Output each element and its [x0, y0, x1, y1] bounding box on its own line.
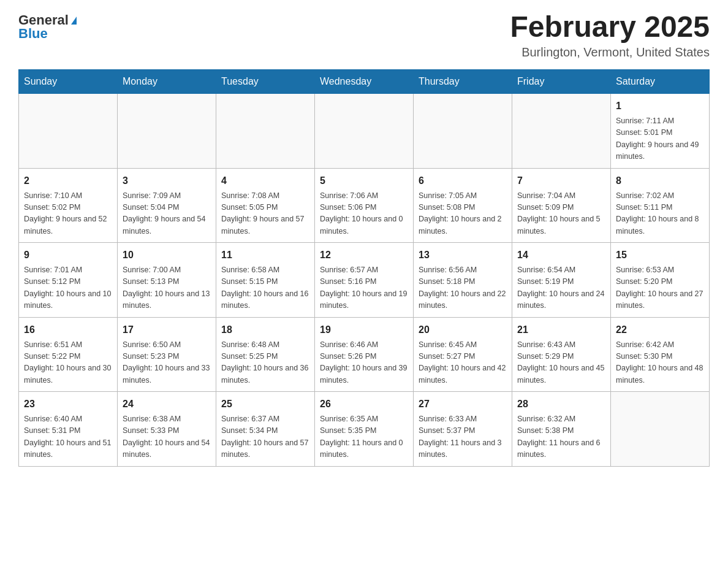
- calendar-cell: 25Sunrise: 6:37 AMSunset: 5:34 PMDayligh…: [216, 392, 315, 467]
- calendar-cell: 9Sunrise: 7:01 AMSunset: 5:12 PMDaylight…: [19, 243, 118, 318]
- column-header-sunday: Sunday: [19, 70, 118, 94]
- day-number: 11: [221, 248, 309, 262]
- calendar-cell: 15Sunrise: 6:53 AMSunset: 5:20 PMDayligh…: [611, 243, 710, 318]
- month-title: February 2025: [510, 12, 710, 42]
- calendar-cell: [118, 94, 216, 169]
- calendar-cell: 1Sunrise: 7:11 AMSunset: 5:01 PMDaylight…: [611, 94, 710, 169]
- calendar-cell: 8Sunrise: 7:02 AMSunset: 5:11 PMDaylight…: [611, 168, 710, 243]
- calendar-cell: 14Sunrise: 6:54 AMSunset: 5:19 PMDayligh…: [512, 243, 611, 318]
- day-number: 23: [24, 397, 112, 412]
- day-info: Sunrise: 7:11 AMSunset: 5:01 PMDaylight:…: [616, 115, 704, 163]
- day-info: Sunrise: 7:01 AMSunset: 5:12 PMDaylight:…: [24, 264, 112, 312]
- calendar-week-row: 16Sunrise: 6:51 AMSunset: 5:22 PMDayligh…: [19, 317, 710, 392]
- day-number: 16: [24, 323, 112, 337]
- day-info: Sunrise: 7:08 AMSunset: 5:05 PMDaylight:…: [221, 190, 309, 238]
- day-info: Sunrise: 6:53 AMSunset: 5:20 PMDaylight:…: [616, 264, 704, 312]
- day-info: Sunrise: 6:57 AMSunset: 5:16 PMDaylight:…: [320, 264, 408, 312]
- day-info: Sunrise: 7:05 AMSunset: 5:08 PMDaylight:…: [419, 190, 507, 238]
- day-info: Sunrise: 6:32 AMSunset: 5:38 PMDaylight:…: [517, 413, 605, 461]
- calendar-cell: [512, 94, 611, 169]
- column-header-thursday: Thursday: [414, 70, 512, 94]
- day-info: Sunrise: 7:00 AMSunset: 5:13 PMDaylight:…: [123, 264, 211, 312]
- calendar-cell: [611, 392, 710, 467]
- day-number: 26: [320, 397, 408, 412]
- day-number: 18: [221, 323, 309, 337]
- column-header-monday: Monday: [118, 70, 216, 94]
- calendar-cell: 19Sunrise: 6:46 AMSunset: 5:26 PMDayligh…: [315, 317, 414, 392]
- day-info: Sunrise: 6:50 AMSunset: 5:23 PMDaylight:…: [123, 339, 211, 387]
- calendar-cell: 11Sunrise: 6:58 AMSunset: 5:15 PMDayligh…: [216, 243, 315, 318]
- day-info: Sunrise: 6:54 AMSunset: 5:19 PMDaylight:…: [517, 264, 605, 312]
- day-info: Sunrise: 6:40 AMSunset: 5:31 PMDaylight:…: [24, 413, 112, 461]
- day-number: 14: [517, 248, 605, 262]
- day-number: 22: [616, 323, 704, 337]
- day-number: 27: [419, 397, 507, 412]
- calendar-cell: 3Sunrise: 7:09 AMSunset: 5:04 PMDaylight…: [118, 168, 216, 243]
- calendar-cell: 10Sunrise: 7:00 AMSunset: 5:13 PMDayligh…: [118, 243, 216, 318]
- column-header-friday: Friday: [512, 70, 611, 94]
- calendar-cell: [315, 94, 414, 169]
- day-number: 20: [419, 323, 507, 337]
- calendar-week-row: 9Sunrise: 7:01 AMSunset: 5:12 PMDaylight…: [19, 243, 710, 318]
- day-info: Sunrise: 6:48 AMSunset: 5:25 PMDaylight:…: [221, 339, 309, 387]
- day-info: Sunrise: 7:06 AMSunset: 5:06 PMDaylight:…: [320, 190, 408, 238]
- page-header: General Blue February 2025 Burlington, V…: [18, 12, 710, 59]
- day-number: 9: [24, 248, 112, 262]
- calendar-cell: 5Sunrise: 7:06 AMSunset: 5:06 PMDaylight…: [315, 168, 414, 243]
- day-number: 25: [221, 397, 309, 412]
- calendar-cell: [414, 94, 512, 169]
- location-subtitle: Burlington, Vermont, United States: [510, 45, 710, 59]
- day-info: Sunrise: 7:04 AMSunset: 5:09 PMDaylight:…: [517, 190, 605, 238]
- day-number: 19: [320, 323, 408, 337]
- logo-blue-text: Blue: [18, 26, 48, 42]
- column-header-wednesday: Wednesday: [315, 70, 414, 94]
- day-info: Sunrise: 6:46 AMSunset: 5:26 PMDaylight:…: [320, 339, 408, 387]
- day-number: 1: [616, 99, 704, 113]
- day-info: Sunrise: 7:09 AMSunset: 5:04 PMDaylight:…: [123, 190, 211, 238]
- calendar-cell: 2Sunrise: 7:10 AMSunset: 5:02 PMDaylight…: [19, 168, 118, 243]
- day-number: 7: [517, 174, 605, 188]
- calendar-cell: 22Sunrise: 6:42 AMSunset: 5:30 PMDayligh…: [611, 317, 710, 392]
- calendar-table: SundayMondayTuesdayWednesdayThursdayFrid…: [18, 69, 710, 467]
- day-info: Sunrise: 6:56 AMSunset: 5:18 PMDaylight:…: [419, 264, 507, 312]
- column-header-saturday: Saturday: [611, 70, 710, 94]
- calendar-cell: 6Sunrise: 7:05 AMSunset: 5:08 PMDaylight…: [414, 168, 512, 243]
- day-info: Sunrise: 6:43 AMSunset: 5:29 PMDaylight:…: [517, 339, 605, 387]
- day-number: 17: [123, 323, 211, 337]
- day-number: 6: [419, 174, 507, 188]
- day-number: 13: [419, 248, 507, 262]
- calendar-cell: 16Sunrise: 6:51 AMSunset: 5:22 PMDayligh…: [19, 317, 118, 392]
- calendar-week-row: 1Sunrise: 7:11 AMSunset: 5:01 PMDaylight…: [19, 94, 710, 169]
- calendar-cell: 12Sunrise: 6:57 AMSunset: 5:16 PMDayligh…: [315, 243, 414, 318]
- day-number: 5: [320, 174, 408, 188]
- calendar-cell: 27Sunrise: 6:33 AMSunset: 5:37 PMDayligh…: [414, 392, 512, 467]
- day-number: 2: [24, 174, 112, 188]
- day-info: Sunrise: 6:45 AMSunset: 5:27 PMDaylight:…: [419, 339, 507, 387]
- day-number: 3: [123, 174, 211, 188]
- calendar-cell: 18Sunrise: 6:48 AMSunset: 5:25 PMDayligh…: [216, 317, 315, 392]
- calendar-cell: 13Sunrise: 6:56 AMSunset: 5:18 PMDayligh…: [414, 243, 512, 318]
- day-number: 21: [517, 323, 605, 337]
- day-info: Sunrise: 6:35 AMSunset: 5:35 PMDaylight:…: [320, 413, 408, 461]
- title-section: February 2025 Burlington, Vermont, Unite…: [510, 12, 710, 59]
- calendar-cell: 28Sunrise: 6:32 AMSunset: 5:38 PMDayligh…: [512, 392, 611, 467]
- calendar-cell: 7Sunrise: 7:04 AMSunset: 5:09 PMDaylight…: [512, 168, 611, 243]
- day-number: 4: [221, 174, 309, 188]
- calendar-cell: 20Sunrise: 6:45 AMSunset: 5:27 PMDayligh…: [414, 317, 512, 392]
- calendar-week-row: 2Sunrise: 7:10 AMSunset: 5:02 PMDaylight…: [19, 168, 710, 243]
- logo-triangle-icon: [71, 17, 77, 25]
- day-info: Sunrise: 6:37 AMSunset: 5:34 PMDaylight:…: [221, 413, 309, 461]
- day-number: 12: [320, 248, 408, 262]
- day-number: 15: [616, 248, 704, 262]
- calendar-header-row: SundayMondayTuesdayWednesdayThursdayFrid…: [19, 70, 710, 94]
- calendar-cell: 24Sunrise: 6:38 AMSunset: 5:33 PMDayligh…: [118, 392, 216, 467]
- calendar-cell: 26Sunrise: 6:35 AMSunset: 5:35 PMDayligh…: [315, 392, 414, 467]
- day-info: Sunrise: 6:42 AMSunset: 5:30 PMDaylight:…: [616, 339, 704, 387]
- day-info: Sunrise: 7:10 AMSunset: 5:02 PMDaylight:…: [24, 190, 112, 238]
- day-number: 8: [616, 174, 704, 188]
- day-info: Sunrise: 6:58 AMSunset: 5:15 PMDaylight:…: [221, 264, 309, 312]
- day-info: Sunrise: 7:02 AMSunset: 5:11 PMDaylight:…: [616, 190, 704, 238]
- calendar-cell: 4Sunrise: 7:08 AMSunset: 5:05 PMDaylight…: [216, 168, 315, 243]
- day-info: Sunrise: 6:38 AMSunset: 5:33 PMDaylight:…: [123, 413, 211, 461]
- day-number: 28: [517, 397, 605, 412]
